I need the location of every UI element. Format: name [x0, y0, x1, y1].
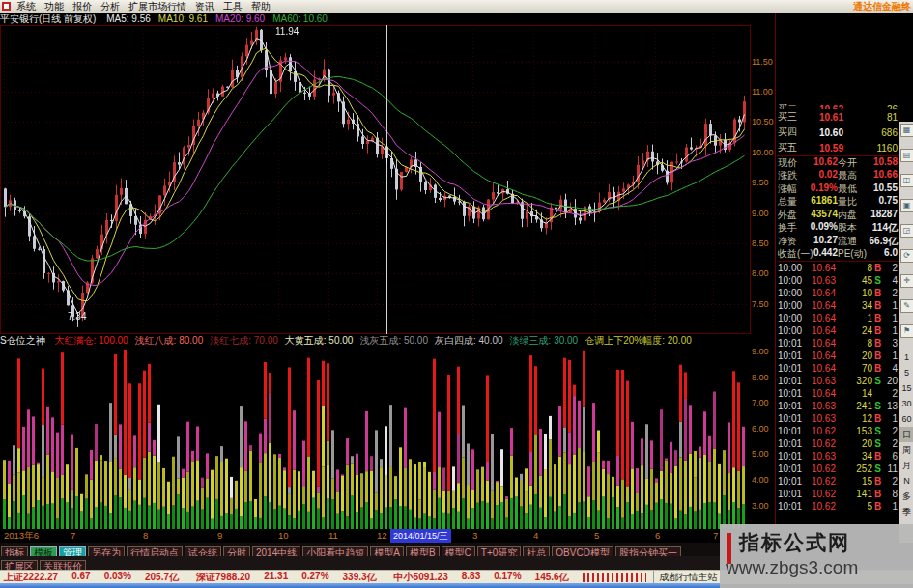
high-price-label: 11.94 — [275, 26, 299, 37]
menu-item-0[interactable]: 系统 — [16, 0, 36, 14]
tab-行情启动点[interactable]: 行情启动点 — [127, 546, 183, 556]
menu-item-3[interactable]: 分析 — [100, 0, 120, 14]
info-value: 10.58 — [864, 156, 898, 170]
draw-line-icon[interactable]: ✎ — [900, 299, 913, 313]
tick-count: 2 — [883, 288, 898, 298]
main-candle-chart[interactable] — [0, 25, 751, 334]
position-indicator-chart[interactable] — [0, 349, 751, 529]
bid-volume: 26 — [843, 104, 898, 110]
tab-扩展区[interactable]: 扩展区 — [1, 560, 38, 570]
tab-分时[interactable]: 分时 — [223, 546, 250, 556]
tab-小阳看中趋短[interactable]: 小阳看中趋短 — [302, 546, 368, 556]
index-amount: 145.6亿 — [535, 571, 569, 584]
bid-row-2: 买五10.591160 — [776, 140, 899, 155]
index-quote-2[interactable]: 中小5091.238.830.17%145.6亿 — [390, 571, 576, 584]
tab-模型A[interactable]: 模型A — [370, 546, 404, 556]
info-cell: 涨跌0.02 — [778, 169, 838, 182]
index-quote-1[interactable]: 深证7988.2021.310.27%339.3亿 — [192, 571, 384, 584]
tab-T+0研究[interactable]: T+0研究 — [477, 546, 522, 556]
quote-list-icon[interactable]: ▤ — [900, 149, 913, 162]
info-row-6: 净资10.27流通66.9亿 — [776, 235, 899, 248]
quote-panel: 买二10.6226买三10.6181买四10.60686买五10.591160现… — [775, 13, 899, 543]
period-button-15[interactable]: 15 — [899, 380, 913, 396]
tick-count: 1 — [883, 501, 898, 512]
info-value: 0.19% — [804, 182, 838, 196]
tab-管理[interactable]: 管理 — [59, 546, 86, 556]
tab-关联报价[interactable]: 关联报价 — [40, 560, 86, 570]
period-button-5[interactable]: 5 — [899, 365, 913, 380]
tick-price: 10.64 — [805, 325, 836, 336]
period-button-N[interactable]: N — [899, 473, 913, 489]
tab-股指分钟买一[interactable]: 股指分钟买一 — [615, 546, 681, 556]
tab-模型C[interactable]: 模型C — [442, 546, 475, 556]
info-row-2: 涨幅0.19%最低10.55 — [776, 182, 899, 196]
tab-试仓统[interactable]: 试仓统 — [185, 546, 221, 556]
indicator-legend-item-7: 仓调上下20%幅度: 20.00 — [585, 335, 692, 346]
tick-side: S — [872, 426, 883, 436]
tick-count: 1 — [883, 350, 898, 361]
tick-price: 10.62 — [805, 426, 836, 436]
tick-row-2: 10:0010.6410B2 — [776, 287, 899, 299]
ma-value-1: MA10: 9.61 — [158, 14, 208, 24]
bid-level-label: 买二 — [778, 102, 805, 109]
tick-price: 10.62 — [805, 476, 836, 487]
image-export-icon[interactable]: ◲ — [900, 224, 913, 238]
period-button-月[interactable]: 月 — [899, 458, 913, 473]
info-label: 股本 — [838, 221, 864, 235]
tick-price: 10.63 — [805, 376, 836, 386]
menu-item-6[interactable]: 工具 — [223, 0, 243, 14]
tick-volume: 241 — [836, 401, 872, 411]
tick-side: B — [872, 413, 883, 424]
period-button-季[interactable]: 季 — [899, 504, 913, 519]
axis-label-indicator: 4.00 — [752, 475, 769, 485]
period-button-周[interactable]: 周 — [899, 442, 913, 458]
tab-2014中线[interactable]: 2014中线 — [252, 546, 300, 556]
low-price-label: 7.34 — [68, 311, 86, 322]
taskbar-edge — [0, 583, 720, 588]
tick-side: B — [872, 300, 883, 311]
date-label-5: 11 — [328, 530, 338, 541]
tick-price: 10.64 — [805, 263, 836, 273]
refresh-icon[interactable]: ⟳ — [900, 249, 913, 263]
tab-指标[interactable]: 指标 — [1, 546, 28, 556]
tick-price: 10.63 — [805, 275, 836, 286]
tab-另存为[interactable]: 另存为 — [88, 546, 125, 556]
flag-mark-icon[interactable]: ⚑ — [900, 324, 913, 338]
menu-item-2[interactable]: 报价 — [72, 0, 92, 14]
index-quote-0[interactable]: 上证2222.270.670.03%205.7亿 — [0, 571, 185, 584]
axis-label-main: 9.50 — [752, 178, 769, 187]
info-land-icon[interactable]: ◫ — [900, 174, 913, 187]
menu-item-7[interactable]: 帮助 — [251, 0, 271, 14]
tick-volume: 24 — [836, 325, 872, 336]
menu-item-4[interactable]: 扩展市场行情 — [128, 0, 186, 14]
period-button-30[interactable]: 30 — [899, 396, 913, 411]
period-button-60[interactable]: 60 — [899, 411, 913, 427]
menu-item-5[interactable]: 资讯 — [195, 0, 214, 14]
tab-模型B[interactable]: 模型B — [406, 546, 440, 556]
tab-社总[interactable]: 社总 — [523, 546, 550, 556]
tick-price: 10.62 — [805, 463, 836, 474]
tick-time: 10:01 — [778, 338, 805, 349]
tab-模板[interactable]: 模板 — [30, 546, 57, 556]
bid-price: 10.59 — [805, 143, 843, 154]
indicator-legend-item-2: 淡红七成: 70.00 — [210, 335, 278, 346]
split-screen-icon[interactable]: ▦ — [900, 124, 913, 137]
period-button-多[interactable]: 多 — [899, 489, 913, 504]
tab-OBVCD模型[interactable]: OBVCD模型 — [552, 546, 613, 556]
menu-item-1[interactable]: 功能 — [44, 0, 64, 14]
info-cell: PE(动)6.0 — [838, 247, 898, 261]
tick-side: B — [872, 350, 883, 361]
tick-volume: 8 — [836, 263, 872, 273]
chart-mode-icon[interactable]: ▣ — [900, 199, 913, 212]
period-button-日[interactable]: 日 — [899, 427, 913, 442]
period-button-1[interactable]: 1 — [899, 350, 913, 365]
axis-label-indicator: 7.00 — [752, 398, 769, 407]
date-label-9: 5 — [594, 530, 599, 541]
tick-price: 10.63 — [805, 413, 836, 424]
chart-header: 平安银行(日线 前复权) MA5: 9.56MA10: 9.61MA20: 9.… — [0, 13, 773, 25]
move-cross-icon[interactable]: ✛ — [900, 274, 913, 288]
info-cell: 最高10.66 — [838, 169, 898, 182]
index-change: 21.31 — [264, 571, 288, 584]
watermark-title: 指标公式网 — [739, 529, 850, 556]
tick-row-8: 10:0110.6470B4 — [776, 362, 899, 375]
